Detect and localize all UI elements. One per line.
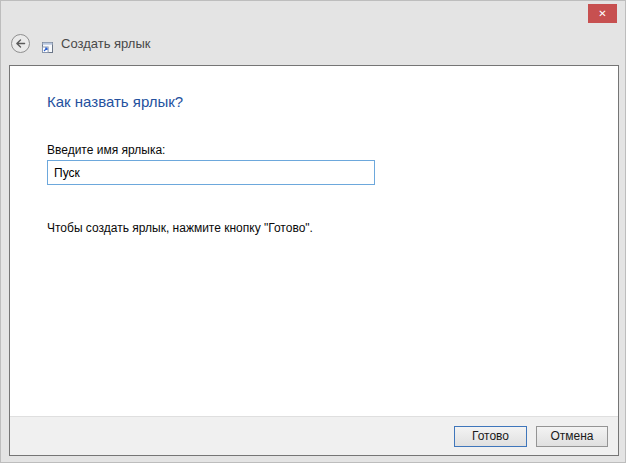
wizard-button-bar: Готово Отмена: [10, 416, 618, 455]
close-button[interactable]: ✕: [588, 4, 617, 23]
shortcut-name-label: Введите имя ярлыка:: [47, 143, 581, 157]
back-arrow-icon: [14, 37, 27, 50]
finish-hint-text: Чтобы создать ярлык, нажмите кнопку "Гот…: [47, 221, 581, 235]
cancel-button[interactable]: Отмена: [536, 426, 608, 447]
wizard-page-content: Как назвать ярлык? Введите имя ярлыка: Ч…: [10, 66, 618, 416]
create-shortcut-window: ✕ Создать ярлык Как назвать ярлык? Введи…: [0, 0, 626, 463]
wizard-header-title: Создать ярлык: [61, 36, 150, 51]
shortcut-file-icon: [42, 39, 53, 50]
back-button[interactable]: [11, 34, 30, 53]
finish-button[interactable]: Готово: [454, 426, 527, 447]
shortcut-name-input[interactable]: [47, 160, 375, 185]
wizard-client-area: Как назвать ярлык? Введите имя ярлыка: Ч…: [9, 65, 619, 456]
page-heading: Как назвать ярлык?: [47, 93, 581, 110]
